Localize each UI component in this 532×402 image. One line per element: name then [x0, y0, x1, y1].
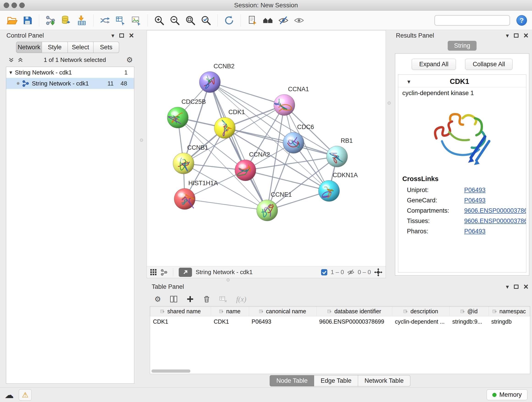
network-canvas[interactable]: CCNB2CCNA1CDC25BCDK1CDC6RB1CCNB1CCNA2CDK… [147, 31, 386, 266]
column-header[interactable]: @id [450, 307, 488, 316]
import-network-file-button[interactable] [44, 13, 57, 27]
save-session-button[interactable] [21, 13, 34, 27]
open-in-new-window-button[interactable] [179, 268, 192, 277]
network-collection-row[interactable]: ▾ String Network - cdk1 1 [6, 67, 134, 78]
cell-description[interactable]: cyclin-dependent ... [392, 316, 450, 327]
table-settings-gear-icon[interactable]: ⚙ [154, 295, 161, 303]
network-edge[interactable] [185, 199, 267, 211]
show-columns-icon[interactable] [170, 295, 177, 303]
close-panel-icon[interactable]: × [524, 32, 528, 40]
network-row-selected[interactable]: String Network - cdk1 11 48 [6, 78, 134, 89]
network-overview-icon[interactable] [161, 269, 167, 276]
network-node[interactable]: CCNA1 [274, 86, 309, 115]
network-node[interactable]: CDKN1A [318, 172, 358, 201]
first-neighbors-button[interactable] [261, 13, 275, 27]
crosslink-link[interactable]: 9606.ENSP00000378699 [464, 217, 526, 225]
column-header[interactable]: name [211, 307, 249, 316]
tab-edge-table[interactable]: Edge Table [314, 375, 358, 386]
right-splitter-handle[interactable] [388, 102, 391, 104]
tab-sets[interactable]: Sets [94, 42, 119, 53]
pan-crosshair-icon[interactable] [374, 268, 382, 276]
tab-node-table[interactable]: Node Table [270, 375, 314, 386]
crosslink-link[interactable]: P06493 [464, 228, 486, 235]
panel-menu-caret-icon[interactable]: ▾ [506, 32, 509, 38]
import-network-database-button[interactable] [59, 13, 73, 27]
import-table-button[interactable] [75, 13, 89, 27]
cell-namespace[interactable]: stringdb [488, 316, 530, 327]
cloud-icon[interactable]: ☁ [5, 390, 14, 400]
refresh-button[interactable] [222, 13, 236, 27]
open-session-button[interactable] [5, 13, 19, 27]
clone-network-button[interactable] [98, 13, 112, 27]
string-results-tab[interactable]: String [448, 41, 477, 51]
crosslink-link[interactable]: 9606.ENSP00000378699 [464, 207, 526, 214]
gene-collapse-caret-icon[interactable]: ▾ [407, 78, 410, 85]
float-panel-icon[interactable] [514, 285, 519, 289]
cell-canonical-name[interactable]: P06493 [249, 316, 317, 327]
network-node[interactable]: HIST1H1A [174, 180, 218, 210]
network-from-table-button[interactable] [114, 13, 127, 27]
add-column-plus-icon[interactable] [186, 295, 194, 303]
cell-database-identifier[interactable]: 9606.ENSP00000378699 [317, 316, 392, 327]
panel-menu-caret-icon[interactable]: ▾ [506, 284, 509, 290]
zoom-window-button[interactable] [19, 2, 25, 8]
zoom-out-button[interactable] [168, 13, 182, 27]
network-node[interactable]: CCNB1 [173, 144, 208, 174]
network-edge[interactable] [210, 82, 267, 211]
birds-eye-grid-icon[interactable] [150, 269, 157, 276]
memory-button[interactable]: Memory [487, 389, 527, 400]
crosslink-link[interactable]: P06493 [464, 197, 486, 204]
float-panel-icon[interactable] [514, 33, 519, 38]
zoom-in-button[interactable] [152, 13, 166, 27]
export-image-button[interactable] [129, 13, 143, 27]
cell-shared-name[interactable]: CDK1 [150, 316, 211, 327]
tab-style[interactable]: Style [42, 42, 68, 53]
show-all-button[interactable] [292, 13, 306, 27]
close-panel-icon[interactable]: × [524, 283, 528, 291]
network-node[interactable]: CDC6 [283, 123, 314, 153]
copy-document-button[interactable] [245, 13, 259, 27]
column-header[interactable]: shared name [150, 307, 211, 316]
float-panel-icon[interactable] [119, 33, 124, 38]
tab-select[interactable]: Select [68, 42, 94, 53]
cell-id[interactable]: stringdb:9... [450, 316, 488, 327]
horizontal-scrollbar-thumb[interactable] [152, 370, 190, 373]
network-node[interactable]: CCNE1 [257, 191, 292, 221]
tree-caret-icon[interactable]: ▾ [9, 69, 12, 76]
zoom-fit-button[interactable] [184, 13, 197, 27]
selected-checkbox-icon[interactable] [321, 269, 327, 275]
crosslink-link[interactable]: P06493 [464, 186, 486, 194]
table-row[interactable]: CDK1 CDK1 P06493 9606.ENSP00000378699 cy… [150, 316, 530, 327]
tab-network-table[interactable]: Network Table [358, 375, 410, 386]
expand-all-icon[interactable] [17, 57, 23, 63]
warning-button[interactable]: ⚠ [19, 389, 32, 401]
minimize-window-button[interactable] [12, 2, 17, 8]
zoom-selected-button[interactable] [199, 13, 213, 27]
network-node[interactable]: CDK1 [214, 109, 245, 138]
left-splitter-handle[interactable] [140, 139, 143, 142]
bottom-splitter-handle[interactable] [227, 279, 230, 281]
cell-name[interactable]: CDK1 [211, 316, 249, 327]
column-header[interactable]: description [392, 307, 450, 316]
network-edge[interactable] [225, 128, 337, 157]
panel-menu-caret-icon[interactable]: ▾ [111, 32, 114, 38]
close-window-button[interactable] [4, 2, 9, 8]
table-header-row: shared name name canonical name database… [150, 307, 530, 316]
delete-column-trash-icon[interactable] [203, 295, 210, 303]
search-input[interactable] [439, 17, 517, 24]
gear-icon[interactable]: ⚙ [126, 56, 133, 64]
tab-network[interactable]: Network [16, 42, 42, 53]
column-header[interactable]: database identifier [317, 307, 392, 316]
collapse-all-button[interactable]: Collapse All [465, 59, 513, 70]
network-edge[interactable] [210, 82, 284, 105]
column-header[interactable]: namespac [488, 307, 530, 316]
help-button[interactable]: ? [516, 15, 527, 26]
network-node[interactable]: CCNA2 [235, 151, 270, 181]
column-header[interactable]: canonical name [249, 307, 317, 316]
collapse-all-icon[interactable] [8, 57, 14, 63]
hide-selected-button[interactable] [277, 13, 290, 27]
close-panel-icon[interactable]: × [129, 32, 134, 40]
expand-all-button[interactable]: Expand All [412, 59, 456, 70]
hidden-eye-slash-icon[interactable] [347, 269, 355, 276]
network-node[interactable]: RB1 [326, 137, 353, 167]
